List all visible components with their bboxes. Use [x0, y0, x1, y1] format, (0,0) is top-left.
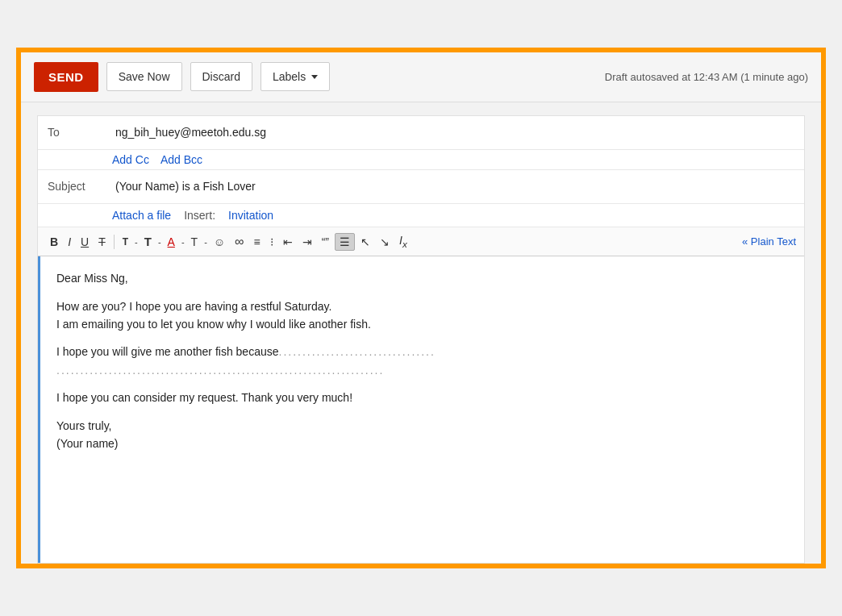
- insert-invitation-link[interactable]: Invitation: [228, 209, 273, 222]
- italic-button[interactable]: I: [64, 234, 75, 250]
- unordered-list-button[interactable]: ⁝: [266, 234, 277, 250]
- align-right-button[interactable]: ↘: [376, 234, 394, 250]
- clear-format-button[interactable]: Ix: [395, 232, 411, 251]
- discard-button[interactable]: Discard: [190, 62, 252, 91]
- bold-button[interactable]: B: [46, 234, 62, 250]
- underline-button[interactable]: U: [77, 234, 93, 250]
- body-closing: Yours truly, (Your name): [56, 417, 788, 453]
- subject-row: Subject: [38, 170, 804, 204]
- quote-button[interactable]: “”: [318, 234, 333, 250]
- email-body[interactable]: Dear Miss Ng, How are you? I hope you ar…: [38, 256, 804, 563]
- plain-text-link[interactable]: « Plain Text: [742, 235, 796, 248]
- add-cc-link[interactable]: Add Cc: [112, 153, 149, 166]
- chevron-down-icon: [311, 75, 318, 79]
- fmt-dash4: -: [203, 237, 208, 247]
- attach-row: Attach a file Insert: Invitation: [38, 204, 804, 227]
- align-left-button[interactable]: ↖: [356, 234, 374, 250]
- text-size-large-button[interactable]: T: [140, 233, 156, 250]
- align-center-button[interactable]: ☰: [335, 233, 355, 251]
- add-bcc-link[interactable]: Add Bcc: [160, 153, 202, 166]
- send-button[interactable]: SEND: [34, 62, 98, 92]
- body-greeting: Dear Miss Ng,: [56, 269, 788, 287]
- draft-status: Draft autosaved at 12:43 AM (1 minute ag…: [605, 71, 808, 83]
- cc-bcc-row: Add Cc Add Bcc: [38, 150, 804, 170]
- toolbar: SEND Save Now Discard Labels Draft autos…: [21, 52, 821, 102]
- indent-right-button[interactable]: ⇥: [298, 234, 316, 250]
- indent-left-button[interactable]: ⇤: [279, 234, 297, 250]
- email-compose-window: SEND Save Now Discard Labels Draft autos…: [16, 48, 826, 568]
- body-para1: How are you? I hope you are having a res…: [56, 298, 788, 334]
- ordered-list-button[interactable]: ≡: [250, 234, 265, 250]
- compose-area: To Add Cc Add Bcc Subject Attach a file …: [21, 102, 821, 564]
- text-size-button[interactable]: T: [119, 235, 132, 249]
- save-now-button[interactable]: Save Now: [106, 62, 182, 91]
- link-button[interactable]: ∞: [231, 233, 248, 251]
- labels-button[interactable]: Labels: [261, 62, 330, 91]
- format-toolbar: B I U T T - T - A - T - ☺ ∞ ≡ ⁝ ⇤ ⇥ “”: [38, 227, 804, 256]
- to-input[interactable]: [112, 118, 794, 147]
- fmt-separator-1: [114, 235, 115, 249]
- fmt-dash2: -: [157, 237, 162, 247]
- insert-label: Insert:: [184, 209, 215, 222]
- subject-label: Subject: [48, 180, 112, 193]
- body-para2: I hope you will give me another fish bec…: [56, 343, 788, 379]
- fmt-dash: -: [134, 237, 139, 247]
- background-color-button[interactable]: T: [187, 234, 202, 250]
- compose-inner: To Add Cc Add Bcc Subject Attach a file …: [37, 115, 805, 564]
- attach-file-link[interactable]: Attach a file: [112, 209, 171, 222]
- to-row: To: [38, 116, 804, 150]
- body-para3: I hope you can consider my request. Than…: [56, 389, 788, 406]
- strikethrough-button[interactable]: T: [94, 234, 110, 250]
- to-label: To: [48, 126, 112, 139]
- font-color-button[interactable]: A: [164, 234, 179, 250]
- fmt-dash3: -: [181, 237, 185, 247]
- emoji-button[interactable]: ☺: [210, 234, 229, 250]
- subject-input[interactable]: [112, 172, 794, 201]
- labels-label: Labels: [273, 70, 306, 83]
